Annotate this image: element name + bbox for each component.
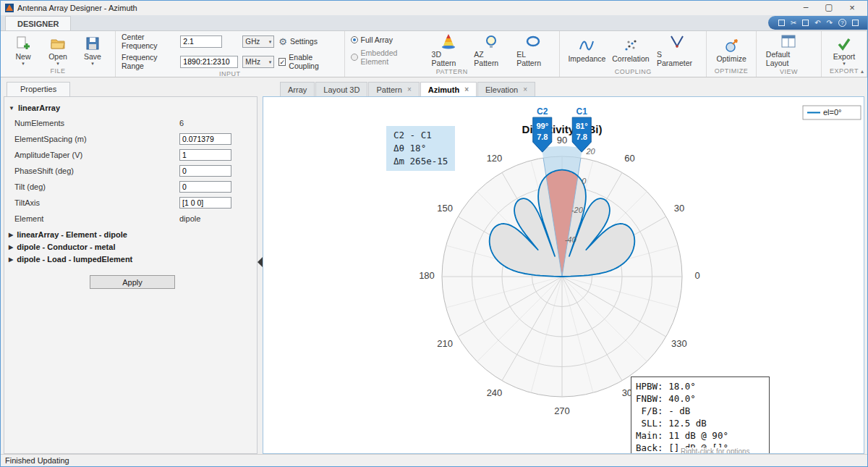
antenna-metrics-box[interactable]: HPBW: 18.0°FNBW: 40.0° F/B: - dB SLL: 12…: [631, 376, 770, 454]
impedance-button[interactable]: Impedance: [566, 37, 608, 64]
svg-text:7.8: 7.8: [576, 132, 587, 141]
section-lineararray-element-dipole[interactable]: ▶linearArray - Element - dipole: [9, 230, 252, 239]
section-label: dipole - Load - lumpedElement: [17, 255, 132, 264]
tab-label: Elevation: [485, 85, 518, 94]
cut-icon[interactable]: ✂: [791, 20, 796, 27]
settings-button[interactable]: ⚙ Settings: [278, 37, 338, 46]
property-value-numelements: 6: [179, 119, 184, 127]
section-dipole-conductor-metal[interactable]: ▶dipole - Conductor - metal: [9, 243, 252, 251]
app-window: Antenna Array Designer - Azimuth – ▢ × D…: [0, 0, 868, 467]
property-input-tilt-deg[interactable]: [179, 181, 231, 193]
polar-plot[interactable]: 200-20-400306090120150180210240270300330…: [263, 97, 864, 454]
new-button[interactable]: New ▾: [7, 35, 40, 66]
enable-coupling-label: Enable Coupling: [289, 53, 338, 70]
open-button-label: Open: [48, 52, 67, 61]
default-layout-button[interactable]: Default Layout: [762, 33, 815, 68]
enable-coupling-checkbox[interactable]: ✓ Enable Coupling: [278, 53, 338, 70]
legend-label: el=0°: [823, 108, 842, 117]
stats-line: FNBW: 40.0°: [636, 392, 765, 405]
cursor-pin-c1[interactable]: 81°7.8C1: [572, 106, 591, 152]
azimuth-plot-area[interactable]: 200-20-400306090120150180210240270300330…: [263, 96, 864, 454]
open-button[interactable]: Open ▾: [41, 35, 75, 66]
tab-array[interactable]: Array: [280, 82, 315, 96]
tab-properties[interactable]: Properties: [7, 82, 70, 96]
legend[interactable]: el=0°: [803, 106, 861, 119]
property-input-elementspacing-m[interactable]: [179, 133, 231, 145]
help-icon[interactable]: ?: [838, 19, 846, 27]
cursor-pin-c2[interactable]: 99°7.8C2: [533, 106, 552, 152]
export-button[interactable]: Export ▾: [827, 35, 861, 66]
3d-pattern-icon: [441, 33, 456, 49]
section-label: linearArray: [18, 104, 60, 112]
svg-text:180: 180: [419, 270, 435, 281]
frequency-range-label: Frequency Range: [122, 53, 176, 70]
tab-pattern[interactable]: Pattern×: [368, 82, 419, 96]
pattern-az-label: AZ Pattern: [474, 50, 508, 67]
collapse-ribbon-icon[interactable]: ▴: [861, 68, 864, 75]
property-input-amplitudetaper-v[interactable]: [179, 149, 231, 161]
save-button[interactable]: Save ▾: [76, 35, 109, 66]
export-label: Export: [833, 52, 855, 61]
section-lineararray[interactable]: ▼ linearArray: [9, 104, 252, 112]
close-button[interactable]: ×: [841, 2, 863, 14]
ribbon-tabstrip: DESIGNER ✂ ↶ ↷ ?: [1, 15, 867, 31]
frequency-range-unit-select[interactable]: MHz ▾: [242, 56, 274, 68]
tab-close-icon[interactable]: ×: [523, 85, 527, 93]
properties-panel: Properties ▼ linearArray NumElements6Ele…: [1, 77, 258, 454]
cursor-id-label: C1: [576, 106, 588, 117]
tab-elevation[interactable]: Elevation×: [477, 82, 535, 96]
quick-access-toolbar: ✂ ↶ ↷ ?: [768, 16, 867, 30]
center-frequency-input[interactable]: [180, 35, 222, 48]
optimize-button[interactable]: Optimize: [712, 37, 749, 64]
frequency-range-unit-value: MHz: [245, 58, 260, 66]
center-frequency-unit-select[interactable]: GHz ▾: [242, 35, 274, 48]
property-input-tiltaxis[interactable]: [179, 197, 231, 209]
stats-line: SLL: 12.5 dB: [636, 417, 765, 429]
svg-text:20: 20: [585, 147, 595, 156]
pattern-3d-button[interactable]: 3D Pattern: [428, 33, 469, 68]
undo-icon[interactable]: ↶: [814, 20, 820, 27]
minimize-button[interactable]: –: [795, 2, 817, 14]
panel-splitter[interactable]: [258, 77, 263, 454]
tab-close-icon[interactable]: ×: [407, 85, 412, 93]
tab-designer[interactable]: DESIGNER: [5, 16, 71, 30]
tab-label: Layout 3D: [323, 85, 359, 94]
chevron-down-icon: ▾: [269, 60, 272, 64]
full-array-radio[interactable]: Full Array: [351, 35, 422, 44]
correlation-button[interactable]: Correlation: [610, 37, 652, 64]
checkbox-checked-icon: ✓: [278, 58, 286, 66]
s-parameter-icon: [669, 33, 685, 49]
tab-close-icon[interactable]: ×: [464, 85, 469, 93]
pattern-az-button[interactable]: AZ Pattern: [470, 33, 511, 68]
cursor-info-box[interactable]: C2 - C1Δθ 18°Δm 265e-15: [386, 126, 455, 171]
default-layout-icon: [780, 33, 796, 49]
property-label-tilt-deg: Tilt (deg): [14, 182, 179, 191]
group-label-view: VIEW: [762, 68, 815, 77]
radio-selected-icon: [351, 36, 358, 43]
section-dipole-load-lumpedelement[interactable]: ▶dipole - Load - lumpedElement: [9, 255, 252, 264]
pattern-el-button[interactable]: EL Pattern: [513, 33, 553, 68]
redo-icon[interactable]: ↷: [827, 20, 833, 27]
svg-text:-20: -20: [571, 206, 584, 214]
frequency-range-input[interactable]: [180, 56, 238, 68]
pattern-el-label: EL Pattern: [516, 50, 550, 67]
property-row: Elementdipole: [9, 211, 252, 227]
collapse-panel-icon[interactable]: [258, 257, 263, 267]
s-parameter-button[interactable]: S Parameter: [653, 33, 700, 68]
maximize-button[interactable]: ▢: [818, 2, 840, 14]
section-label: linearArray - Element - dipole: [17, 230, 127, 239]
tab-azimuth[interactable]: Azimuth×: [420, 82, 477, 96]
properties-body: ▼ linearArray NumElements6ElementSpacing…: [4, 96, 258, 454]
property-row: Tilt (deg): [9, 179, 252, 195]
window-layout-icon[interactable]: [852, 20, 859, 26]
property-input-phaseshift-deg[interactable]: [179, 165, 231, 177]
embedded-element-radio[interactable]: Embedded Element: [351, 49, 422, 66]
new-document-icon: [15, 35, 31, 51]
save-icon[interactable]: [778, 20, 785, 26]
ribbon: New ▾ Open ▾ Sa: [1, 31, 867, 77]
properties-rows: NumElements6ElementSpacing (m)AmplitudeT…: [9, 115, 252, 227]
copy-icon[interactable]: [802, 20, 809, 26]
triangle-down-icon: ▼: [9, 105, 14, 112]
apply-button[interactable]: Apply: [90, 275, 175, 289]
tab-layout-3d[interactable]: Layout 3D: [315, 82, 367, 96]
